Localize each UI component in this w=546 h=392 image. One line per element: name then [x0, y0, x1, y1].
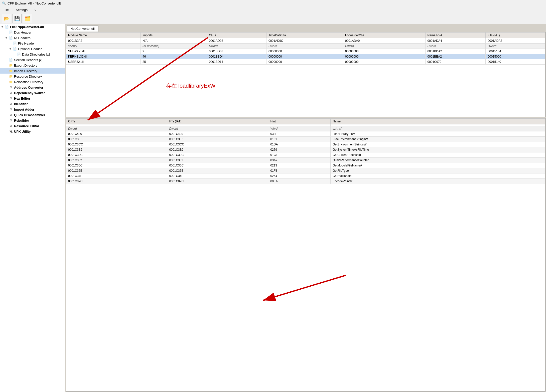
- upper-table-row[interactable]: KERNEL32.dll460001BBD4000000000000000000…: [66, 54, 545, 59]
- lower-cell-2-3: LoadLibraryExW: [330, 131, 545, 137]
- lower-cell-10-3: GetStdHandle: [330, 173, 545, 179]
- sidebar-label-relocation-directory: Relocation Directory: [14, 80, 43, 84]
- menu-file[interactable]: File: [2, 8, 10, 12]
- sidebar-label-rebuilder: Rebuilder: [14, 119, 29, 122]
- sidebar-item-rebuilder[interactable]: ⚙Rebuilder: [0, 118, 65, 123]
- upper-cell-1-6: Dword: [486, 44, 545, 49]
- pe-button[interactable]: 🗂️: [23, 14, 32, 23]
- folder-icon: 📁: [9, 80, 13, 84]
- lower-table-row[interactable]: 0001C3E60001C3E60161FreeEnvironmentStrin…: [66, 137, 545, 142]
- sidebar-item-section-headers[interactable]: 📄Section Headers [x]: [0, 57, 65, 63]
- lower-table-row[interactable]: 0001C3B20001C3B20279GetSystemTimeAsFileT…: [66, 147, 545, 152]
- menu-settings[interactable]: Settings: [14, 8, 29, 12]
- folder-icon: 📁: [9, 74, 13, 78]
- sidebar-item-nt-headers[interactable]: ▼📄Nt Headers: [0, 35, 65, 41]
- col-lower-fts-iat: FTs (IAT): [167, 119, 268, 124]
- sidebar-item-identifier[interactable]: ⚙Identifier: [0, 101, 65, 107]
- lower-table-row[interactable]: 0001C35E0001C35E01F3GetFileType: [66, 168, 545, 173]
- lower-cell-11-0: 0001C07C: [66, 179, 167, 184]
- upper-cell-0-4: 0001ADA0: [343, 38, 426, 44]
- lower-cell-7-3: QueryPerformanceCounter: [330, 158, 545, 163]
- upper-cell-2-6: 00015134: [486, 49, 545, 54]
- sidebar-item-file-header[interactable]: 📄File Header: [0, 41, 65, 46]
- sidebar-item-file-root[interactable]: ▼📄File: NppConverter.dll: [0, 24, 65, 30]
- expand-icon-nt-headers: ▼: [5, 37, 9, 39]
- lower-table-row[interactable]: 0001C39C0001C39C01C1GetCurrentProcessId: [66, 152, 545, 158]
- upper-cell-4-4: 00000000: [343, 59, 426, 65]
- col-imports: Imports: [140, 33, 207, 38]
- sidebar-item-resource-directory[interactable]: 📁Resource Directory: [0, 74, 65, 79]
- open-button[interactable]: 📂: [2, 14, 11, 23]
- lower-table-row[interactable]: 0001C4000001C400033ELoadLibraryExW: [66, 131, 545, 137]
- upper-table-row[interactable]: szAnsi(nFunctions)DwordDwordDwordDwordDw…: [66, 44, 545, 49]
- sidebar-item-relocation-directory[interactable]: 📁Relocation Directory: [0, 79, 65, 85]
- upper-table-row[interactable]: USER32.dll250001BD1400000000000000000001…: [66, 59, 545, 65]
- lower-table-row[interactable]: 0001C36C0001C36C0213GetModuleFileNameA: [66, 163, 545, 168]
- sidebar-label-address-converter: Address Converter: [14, 86, 43, 89]
- menu-help[interactable]: ?: [33, 8, 38, 12]
- sidebar-label-optional-header: Optional Header: [18, 47, 42, 51]
- toolbar: 📂 💾 🗂️: [0, 13, 546, 24]
- upper-cell-2-0: SHLWAPI.dll: [66, 49, 141, 54]
- lower-cell-7-0: 0001C382: [66, 158, 167, 163]
- sidebar-item-data-directories[interactable]: 📄Data Directories [x]: [0, 52, 65, 57]
- doc-icon: 📄: [5, 25, 9, 29]
- sidebar-label-identifier: Identifier: [14, 102, 28, 106]
- lower-table-row[interactable]: 0001C34E0001C34E0264GetStdHandle: [66, 173, 545, 179]
- upper-table-row[interactable]: 0001B0A2N/A0001AD980001AD9C0001ADA00001A…: [66, 38, 545, 44]
- lower-cell-0-3: [330, 124, 545, 126]
- lower-cell-8-2: 0213: [268, 163, 331, 168]
- sidebar-item-resource-editor[interactable]: ⚙Resource Editor: [0, 123, 65, 129]
- tab-nppconverter[interactable]: NppConverter.dll: [67, 26, 98, 32]
- sidebar-item-hex-editor[interactable]: ⚙Hex Editor: [0, 96, 65, 101]
- save-button[interactable]: 💾: [13, 14, 22, 23]
- col-fts-iat: FTs (IAT): [486, 33, 545, 38]
- sidebar: ▼📄File: NppConverter.dll📄Dos Header▼📄Nt …: [0, 24, 65, 392]
- col-name-rva: Name RVA: [425, 33, 486, 38]
- lower-cell-8-3: GetModuleFileNameA: [330, 163, 545, 168]
- sidebar-item-import-adder[interactable]: ⚙Import Adder: [0, 107, 65, 112]
- lower-cell-5-2: 0279: [268, 147, 331, 152]
- sidebar-item-upx-utility[interactable]: 🔌UPX Utility: [0, 129, 65, 134]
- upper-cell-3-6: 00015000: [486, 54, 545, 59]
- upper-cell-4-6: 00015140: [486, 59, 545, 65]
- lower-table-row[interactable]: 0001C3820001C38203A7QueryPerformanceCoun…: [66, 158, 545, 163]
- lower-cell-9-3: GetFileType: [330, 168, 545, 173]
- sidebar-item-export-directory[interactable]: 📁Export Directory: [0, 63, 65, 68]
- lower-cell-6-1: 0001C39C: [167, 152, 268, 158]
- upper-cell-1-3: Dword: [266, 44, 343, 49]
- upper-cell-1-4: Dword: [343, 44, 426, 49]
- gear-icon: ⚙: [9, 91, 13, 95]
- doc-icon: 📄: [9, 36, 13, 40]
- sidebar-item-optional-header[interactable]: ▼📄Optional Header: [0, 46, 65, 52]
- lower-table-row[interactable]: DwordDwordWordszAnsi: [66, 126, 545, 131]
- doc-icon: 📄: [13, 47, 17, 51]
- sidebar-item-quick-disassembler[interactable]: ⚙Quick Disassembler: [0, 112, 65, 118]
- col-ofts: OFTs: [207, 33, 266, 38]
- sidebar-item-address-converter[interactable]: ⚙Address Converter: [0, 85, 65, 90]
- expand-icon-optional-header: ▼: [9, 48, 13, 50]
- sidebar-label-resource-directory: Resource Directory: [14, 75, 42, 78]
- lower-cell-4-0: 0001C3CC: [66, 142, 167, 147]
- sidebar-label-nt-headers: Nt Headers: [14, 36, 31, 40]
- sidebar-item-dos-header[interactable]: 📄Dos Header: [0, 30, 65, 35]
- plug-icon: 🔌: [9, 129, 13, 133]
- lower-cell-3-0: 0001C3E6: [66, 137, 167, 142]
- lower-table-row[interactable]: 0001C3CC0001C3CC01DAGetEnvironmentString…: [66, 142, 545, 147]
- upper-cell-0-6: 0001ADA8: [486, 38, 545, 44]
- app-icon: 🔍: [2, 2, 6, 6]
- lower-table-row[interactable]: 0001C07C0001C07C00EAEncodePointer: [66, 179, 545, 184]
- panels-container: Module Name Imports OFTs TimeDateSta... …: [65, 32, 546, 392]
- upper-cell-3-2: 0001BBD4: [207, 54, 266, 59]
- upper-cell-0-2: 0001AD98: [207, 38, 266, 44]
- upper-cell-1-2: Dword: [207, 44, 266, 49]
- upper-table-row[interactable]: SHLWAPI.dll20001BD0800000000000000000001…: [66, 49, 545, 54]
- lower-table-row[interactable]: [66, 124, 545, 126]
- lower-cell-1-3: szAnsi: [330, 126, 545, 131]
- sidebar-item-import-directory[interactable]: 📁Import Directory: [0, 68, 65, 74]
- lower-cell-2-2: 033E: [268, 131, 331, 137]
- sidebar-item-dependency-walker[interactable]: ⚙Dependency Walker: [0, 90, 65, 96]
- col-lower-name: Name: [330, 119, 545, 124]
- sidebar-label-hex-editor: Hex Editor: [14, 97, 30, 100]
- lower-cell-6-0: 0001C39C: [66, 152, 167, 158]
